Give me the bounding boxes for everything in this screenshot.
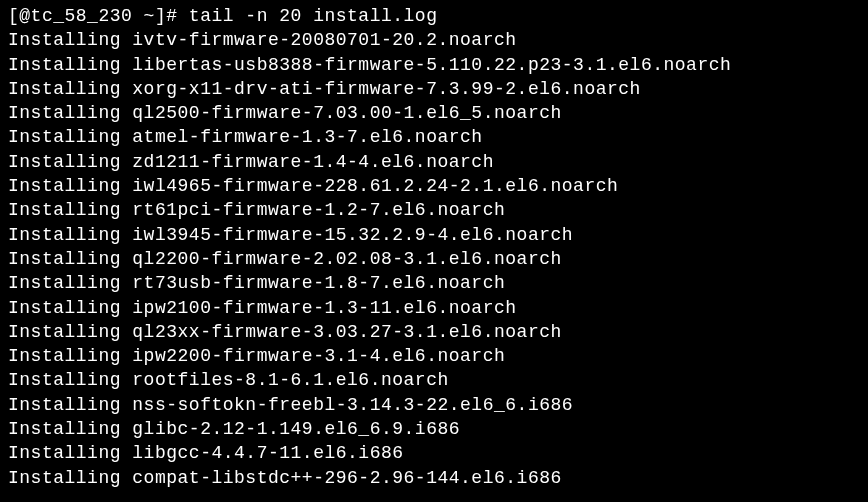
output-line: Installing ivtv-firmware-20080701-20.2.n… [8, 28, 860, 52]
output-line: Installing ql2500-firmware-7.03.00-1.el6… [8, 101, 860, 125]
output-line: Installing iwl4965-firmware-228.61.2.24-… [8, 174, 860, 198]
output-line: Installing ql2200-firmware-2.02.08-3.1.e… [8, 247, 860, 271]
output-line: Installing atmel-firmware-1.3-7.el6.noar… [8, 125, 860, 149]
output-line: Installing glibc-2.12-1.149.el6_6.9.i686 [8, 417, 860, 441]
output-line: Installing ql23xx-firmware-3.03.27-3.1.e… [8, 320, 860, 344]
output-line: Installing libgcc-4.4.7-11.el6.i686 [8, 441, 860, 465]
output-line: Installing ipw2200-firmware-3.1-4.el6.no… [8, 344, 860, 368]
output-line: Installing ipw2100-firmware-1.3-11.el6.n… [8, 296, 860, 320]
output-line: Installing rootfiles-8.1-6.1.el6.noarch [8, 368, 860, 392]
output-line: Installing nss-softokn-freebl-3.14.3-22.… [8, 393, 860, 417]
output-line: Installing rt61pci-firmware-1.2-7.el6.no… [8, 198, 860, 222]
output-line: Installing xorg-x11-drv-ati-firmware-7.3… [8, 77, 860, 101]
command-prompt-line: [@tc_58_230 ~]# tail -n 20 install.log [8, 4, 860, 28]
output-line: Installing libertas-usb8388-firmware-5.1… [8, 53, 860, 77]
terminal-output[interactable]: [@tc_58_230 ~]# tail -n 20 install.log I… [8, 4, 860, 490]
output-line: Installing zd1211-firmware-1.4-4.el6.noa… [8, 150, 860, 174]
command-text: tail -n 20 install.log [189, 6, 438, 26]
shell-prompt: [@tc_58_230 ~]# [8, 6, 189, 26]
output-line: Installing iwl3945-firmware-15.32.2.9-4.… [8, 223, 860, 247]
output-line: Installing compat-libstdc++-296-2.96-144… [8, 466, 860, 490]
output-line: Installing rt73usb-firmware-1.8-7.el6.no… [8, 271, 860, 295]
